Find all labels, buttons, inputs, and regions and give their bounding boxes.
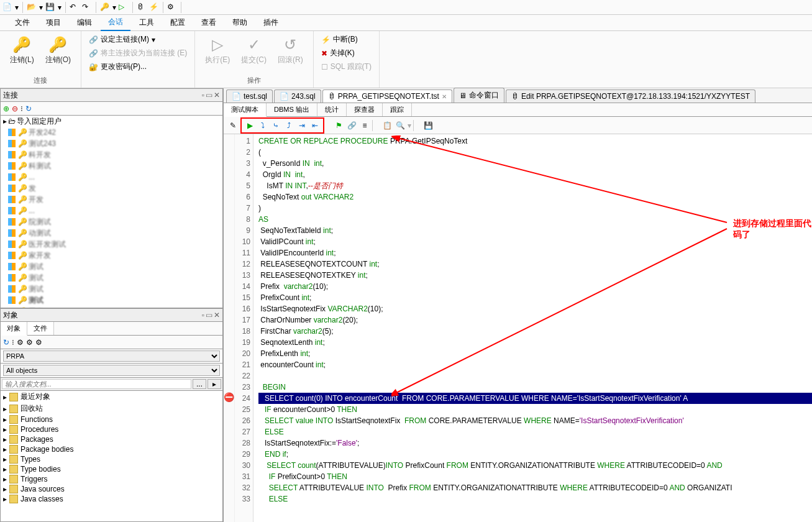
tree-item[interactable]: 🔑 动测试: [1, 227, 222, 239]
link-icon[interactable]: 🔗: [346, 120, 357, 131]
object-tab-objects[interactable]: 对象: [1, 322, 27, 336]
tool2-icon[interactable]: ⚙: [17, 338, 24, 347]
object-tab-files[interactable]: 文件: [27, 322, 54, 335]
object-tree-item[interactable]: ▸ Functions: [1, 414, 222, 424]
object-tree-item[interactable]: ▸ Packages: [1, 434, 222, 444]
set-current-conn[interactable]: 🔗 将主连接设为当前连接 (E): [88, 47, 188, 59]
tree-item[interactable]: 🔑 开发: [1, 306, 222, 308]
code-editor[interactable]: ⛔ 12345678910111213141516171819202122232…: [224, 134, 812, 522]
step-last-icon[interactable]: ⇤: [309, 120, 321, 131]
tree-item[interactable]: 🔑 科测试: [1, 160, 222, 172]
object-tree-item[interactable]: ▸ Java sources: [1, 484, 222, 494]
stop-icon[interactable]: ⚡: [149, 2, 159, 12]
menu-project[interactable]: 项目: [39, 15, 68, 30]
tree-item[interactable]: 🔑 开发: [1, 194, 222, 205]
tree-item[interactable]: 🔑 测试: [1, 272, 222, 283]
object-search-input[interactable]: [2, 379, 191, 389]
tree-item[interactable]: 🔑 开发242: [1, 127, 222, 138]
object-tree-item[interactable]: ▸ 回收站: [1, 403, 222, 414]
pin2-icon[interactable]: ▭: [206, 91, 212, 99]
menu-view[interactable]: 查看: [194, 15, 224, 30]
break-button[interactable]: ⚡ 中断(B): [320, 34, 373, 45]
dots-icon[interactable]: ⁝: [21, 104, 23, 113]
menu-edit[interactable]: 编辑: [70, 15, 99, 30]
object-tree-item[interactable]: ▸ Java classes: [1, 494, 222, 504]
menu-file[interactable]: 文件: [7, 15, 37, 30]
tree-item[interactable]: 🔑 ...: [1, 172, 222, 183]
step-cont-icon[interactable]: ⇥: [296, 120, 308, 131]
object-tree-item[interactable]: ▸ Types: [1, 454, 222, 464]
key-icon[interactable]: 🔑: [100, 2, 110, 12]
rollback-button[interactable]: ↺回滚(R): [274, 34, 307, 68]
tree-item[interactable]: 🔑 测试: [1, 261, 222, 272]
open-icon[interactable]: 📂: [27, 2, 37, 12]
connection-tree[interactable]: ▸ 🗁 导入固定用户 🔑 开发242 🔑 测试243 🔑 科开发 🔑 科测试 🔑…: [0, 116, 223, 308]
tree-item[interactable]: 🔑 发: [1, 183, 222, 194]
sub-tab[interactable]: 统计: [317, 103, 347, 116]
save-icon[interactable]: 💾: [422, 120, 434, 131]
refresh-icon[interactable]: ↻: [25, 104, 32, 113]
step-into-icon[interactable]: ⤷: [270, 120, 281, 131]
save-icon[interactable]: 💾: [45, 2, 55, 12]
tree-item[interactable]: 🔑 院测试: [1, 216, 222, 227]
settings-icon[interactable]: ⚙: [167, 2, 177, 12]
object-tree-item[interactable]: ▸ Package bodies: [1, 444, 222, 454]
file-tab[interactable]: 🖥命令窗口: [454, 88, 504, 103]
cursor-icon[interactable]: ✎: [227, 120, 239, 131]
set-main-link[interactable]: 🔗 设定主链接(M) ▾: [88, 34, 188, 45]
menu-tools[interactable]: 工具: [132, 15, 162, 30]
tree-item[interactable]: 🔑 家开发: [1, 250, 222, 261]
tree-item[interactable]: 🔑 测试: [1, 295, 222, 306]
commit-button[interactable]: ✓提交(C): [237, 34, 270, 68]
sub-tab[interactable]: 测试脚本: [224, 103, 267, 117]
tree-item[interactable]: 🔑 ...: [1, 205, 222, 216]
pin-icon[interactable]: ▫: [202, 91, 204, 99]
menu-plugin[interactable]: 插件: [256, 15, 286, 30]
sub-tab[interactable]: 探查器: [347, 103, 383, 116]
file-tab[interactable]: 📄test.sql: [226, 89, 273, 103]
execute-button[interactable]: ▷执行(E): [201, 34, 234, 68]
run-icon[interactable]: ▷: [119, 2, 129, 12]
expand-icon[interactable]: ⊕: [3, 104, 9, 113]
tree-item[interactable]: 🔑 测试243: [1, 138, 222, 149]
logoff-l-button[interactable]: 🔑注销(L): [6, 34, 38, 68]
schema-select[interactable]: PRPA: [3, 350, 220, 362]
refresh-icon[interactable]: ↻: [3, 338, 9, 347]
close-tab-icon[interactable]: ✕: [442, 93, 447, 100]
file-tab[interactable]: 🛢Edit PRPA.GETIPSEQNOTEXT@172.18.133.194…: [506, 89, 755, 103]
new-icon[interactable]: 📄: [2, 2, 12, 12]
file-tab[interactable]: 📄243.sql: [274, 89, 321, 103]
object-list[interactable]: ▸ 最近对象▸ 回收站▸ Functions▸ Procedures▸ Pack…: [0, 391, 223, 522]
sub-tab[interactable]: DBMS 输出: [267, 103, 317, 116]
search-go-button[interactable]: ▸: [208, 379, 221, 389]
tree-item[interactable]: 🔑 科开发: [1, 149, 222, 160]
menu-config[interactable]: 配置: [163, 15, 193, 30]
break-icon[interactable]: ⚑: [333, 120, 344, 131]
db-icon[interactable]: 🛢: [137, 2, 147, 12]
object-tree-item[interactable]: ▸ Procedures: [1, 424, 222, 434]
sql-trace[interactable]: ☐ SQL 跟踪(T): [320, 61, 373, 73]
tree-item[interactable]: 🔑 测试: [1, 283, 222, 295]
tool4-icon[interactable]: ⚙: [35, 338, 42, 347]
step-out-icon[interactable]: ⤴: [283, 120, 294, 131]
close-button[interactable]: ✖ 关掉(K): [320, 47, 373, 59]
collapse-icon[interactable]: ⊖: [12, 104, 18, 113]
change-password[interactable]: 🔐 更改密码(P)...: [88, 61, 188, 73]
sub-tab[interactable]: 跟踪: [383, 103, 412, 116]
object-tree-item[interactable]: ▸ 最近对象: [1, 391, 222, 403]
menu-session[interactable]: 会话: [101, 14, 130, 31]
object-tree-item[interactable]: ▸ Type bodies: [1, 464, 222, 474]
logoff-o-button[interactable]: 🔑注销(O): [42, 34, 75, 68]
search-button[interactable]: ...: [193, 379, 206, 389]
undo-icon[interactable]: ↶: [70, 2, 80, 12]
menu-help[interactable]: 帮助: [225, 15, 255, 30]
srch-icon[interactable]: 🔍: [395, 120, 406, 131]
redo-icon[interactable]: ↷: [82, 2, 92, 12]
list-icon[interactable]: ≡: [359, 120, 370, 131]
tool3-icon[interactable]: ⚙: [26, 338, 33, 347]
tree-item[interactable]: 🔑 医开发测试: [1, 239, 222, 250]
tool-icon[interactable]: ⁝: [12, 338, 14, 347]
object-tree-item[interactable]: ▸ Triggers: [1, 474, 222, 484]
close-panel-icon[interactable]: ✕: [214, 91, 220, 99]
filter-select[interactable]: All objects: [3, 365, 220, 376]
